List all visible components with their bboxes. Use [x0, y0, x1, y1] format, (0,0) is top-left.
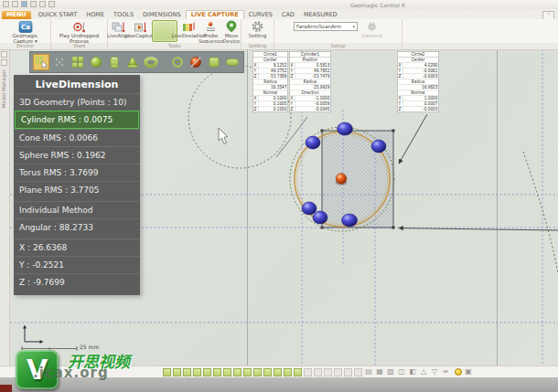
status-icon-disabled[interactable] — [344, 368, 352, 376]
device-config-dropdown[interactable]: FaroArm/ScanArm ▾ — [294, 22, 358, 31]
geomagic-capture-button[interactable]: Ca Geomagic Capture ▾ — [5, 20, 47, 44]
value-cell: 0.1000 — [259, 96, 288, 101]
view-mode-icon[interactable]: ≡ — [441, 367, 450, 376]
status-icon[interactable] — [274, 368, 282, 376]
points-tool-button[interactable] — [51, 54, 68, 70]
open-icon[interactable] — [12, 1, 18, 7]
circle-tool-button[interactable] — [169, 54, 186, 70]
cone-tool-button[interactable] — [124, 54, 141, 70]
status-icon-disabled[interactable] — [334, 368, 342, 376]
view-mode-icon[interactable]: ▧ — [386, 367, 395, 376]
livedim-method: Individual Method — [14, 201, 140, 218]
status-icon[interactable] — [193, 368, 201, 376]
view-mode-icon[interactable]: △ — [419, 367, 428, 376]
livedim-row-torus-rms[interactable]: Torus RMS : 3.7699 — [14, 164, 140, 181]
undo-icon[interactable] — [39, 1, 46, 7]
status-icon[interactable] — [294, 368, 302, 376]
status-icon[interactable] — [263, 368, 272, 376]
livedim-coord-z: Z : -9.7699 — [14, 273, 140, 291]
select-grid-tool-button[interactable] — [33, 54, 49, 70]
status-icon[interactable] — [173, 368, 181, 376]
status-icon[interactable] — [213, 368, 221, 376]
status-icon-disabled[interactable] — [314, 368, 322, 376]
play-process-icon — [72, 20, 87, 33]
tab-quick-start[interactable]: QUICK START — [34, 11, 82, 19]
record-sphere-icon — [189, 56, 202, 69]
status-icon-disabled[interactable] — [304, 368, 312, 376]
slot-tool-button[interactable] — [224, 54, 241, 70]
tab-curves[interactable]: CURVES — [244, 11, 277, 19]
cylinder-tool-button[interactable] — [106, 54, 123, 70]
tab-menu[interactable]: MENU — [2, 11, 31, 19]
probe-sequence-button[interactable]: Probe Sequence — [200, 20, 221, 44]
status-icon[interactable] — [203, 368, 211, 376]
points-icon — [53, 56, 66, 69]
annotation-cylinder1: Cylinder1 Position X0.5813 Y49.7852 Z-53… — [289, 51, 331, 112]
tab-home[interactable]: HOME — [81, 11, 109, 19]
value-cell: 49.7852 — [295, 69, 331, 74]
window-title: Geomagic Control X — [350, 2, 405, 8]
new-document-icon[interactable] — [3, 1, 9, 7]
value-cell: 1.0000 — [403, 96, 439, 101]
livedim-row-plane-rms[interactable]: Plane RMS : 3.7705 — [14, 181, 140, 198]
model-manager-tab[interactable]: Model Manager — [1, 69, 6, 108]
plane-grid-tool-button[interactable] — [70, 54, 86, 70]
setting-button[interactable]: Setting — [247, 20, 268, 39]
save-icon[interactable] — [21, 1, 27, 7]
view-mode-icon[interactable]: ◧ — [408, 367, 417, 376]
status-icon-disabled[interactable] — [354, 368, 362, 376]
value-cell: 0.1000 — [259, 107, 288, 112]
circle-icon — [171, 56, 184, 69]
view-mode-icon[interactable]: ▤ — [364, 367, 373, 376]
torus-tool-button[interactable] — [143, 54, 159, 70]
redo-icon[interactable] — [48, 1, 55, 7]
view-mode-icon[interactable]: ▦ — [375, 367, 384, 376]
status-icon[interactable] — [223, 368, 231, 376]
group-label-tools: Tools — [108, 43, 241, 49]
livecapture-icon — [134, 20, 147, 33]
status-icon[interactable] — [233, 368, 241, 376]
status-icon[interactable] — [253, 368, 262, 376]
status-icon[interactable] — [284, 368, 292, 376]
play-undropped-process-button[interactable]: Play Undropped Process — [59, 20, 101, 44]
record-tool-button[interactable] — [188, 54, 204, 70]
panel-pin-icon[interactable] — [1, 51, 7, 58]
probe-sequence-icon — [204, 20, 218, 33]
rectangle-tool-button[interactable] — [206, 54, 222, 70]
panel-close-icon[interactable] — [1, 59, 7, 66]
livedim-row-sphere-rms[interactable]: Sphere RMS : 0.1962 — [14, 146, 140, 164]
view-mode-icon[interactable]: ▽ — [430, 367, 439, 376]
value-cell: -0.0059 — [295, 101, 331, 107]
livedeviation-button[interactable]: LiveDeviation — [178, 20, 199, 39]
move-device-pin-icon — [225, 20, 238, 33]
tab-live-capture[interactable]: LIVE CAPTURE — [186, 10, 244, 19]
livedeviation-icon — [182, 20, 196, 33]
ribbon-group-device: Ca Geomagic Capture ▾ — [0, 19, 51, 43]
status-icon-disabled[interactable] — [324, 368, 332, 376]
value-cell: 0.5813 — [295, 63, 331, 69]
livedim-row-cylinder-rms[interactable]: Cylinder RMS : 0.0075 — [15, 111, 139, 129]
value-cell: 49.3752 — [259, 69, 288, 74]
tab-measured[interactable]: MEASURED — [299, 11, 342, 19]
livecapture-button[interactable]: LiveCapture — [130, 20, 151, 39]
print-icon[interactable] — [30, 1, 37, 7]
tab-tools[interactable]: TOOLS — [109, 11, 138, 19]
sphere-tool-button[interactable] — [88, 54, 104, 70]
connect-button[interactable]: Connect — [361, 20, 382, 39]
ribbon-group-setting: Setting — [241, 19, 274, 43]
move-device-button[interactable]: Move Device — [222, 20, 241, 44]
status-icon[interactable] — [183, 368, 191, 376]
livedim-row-cone-rms[interactable]: Cone RMS : 0.0066 — [14, 129, 140, 146]
view-mode-icon[interactable]: ◫ — [397, 367, 406, 376]
view-mode-icon[interactable]: ▣ — [464, 367, 473, 376]
status-icon[interactable] — [163, 368, 171, 376]
tab-dimensions[interactable]: DIMENSIONS — [138, 11, 186, 19]
geometry-toolbar — [29, 51, 244, 73]
status-icon[interactable] — [243, 368, 252, 376]
value-cell: 4.0290 — [403, 63, 439, 69]
tab-cad[interactable]: CAD — [277, 11, 299, 19]
annotation-circle2: Circle2 Center X4.0290 Y-0.0061 Z-0.0003… — [397, 51, 439, 112]
livedimension-panel: LiveDimension 3D Geometry (Points : 10) … — [14, 75, 140, 295]
sphere-icon — [90, 56, 102, 69]
device-config-value: FaroArm/ScanArm — [296, 24, 341, 29]
